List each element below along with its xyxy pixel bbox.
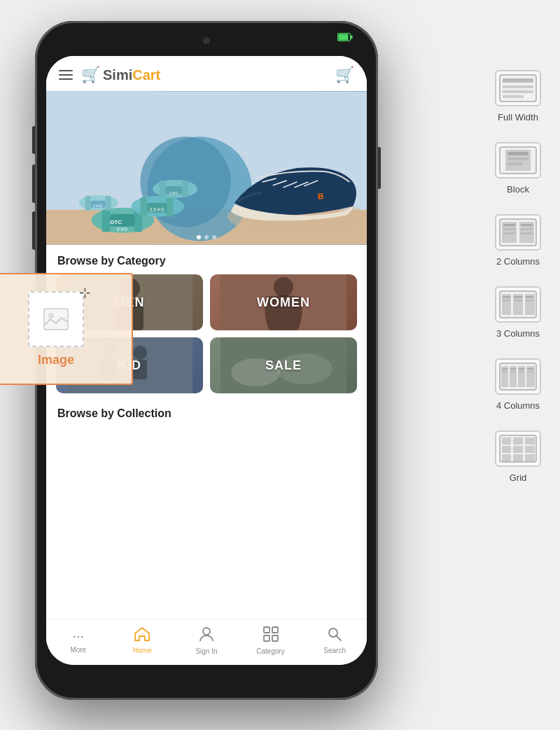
nav-signin[interactable]: Sign In	[187, 626, 225, 655]
svg-rect-83	[514, 300, 522, 302]
svg-rect-20	[182, 181, 188, 197]
layout-2-columns[interactable]: 2 Columns	[483, 214, 553, 267]
svg-rect-25	[106, 196, 111, 211]
nav-search[interactable]: Search	[316, 627, 354, 654]
battery-indicator	[337, 32, 353, 45]
svg-rect-24	[85, 196, 91, 211]
svg-rect-80	[503, 296, 510, 298]
banner-dots	[197, 235, 216, 239]
notch-dot	[203, 37, 210, 44]
block-icon-box	[495, 142, 541, 178]
app-header: 🛒 SimiCart 🛒	[46, 56, 367, 91]
category-women[interactable]: WOMEN	[210, 274, 357, 330]
grid-icon-box	[495, 430, 541, 467]
svg-rect-1	[339, 34, 349, 41]
hero-banner: OTC 3 KG 2.5 KG 2 KG	[46, 91, 367, 245]
cart-button[interactable]: 🛒	[335, 66, 354, 84]
svg-rect-75	[521, 232, 533, 234]
svg-rect-103	[502, 446, 511, 453]
svg-rect-65	[507, 157, 528, 160]
svg-rect-100	[502, 437, 511, 444]
full-width-label: Full Width	[498, 112, 538, 122]
logo-cart-text: Cart	[132, 67, 160, 83]
nav-signin-label: Sign In	[195, 647, 217, 655]
svg-rect-104	[513, 446, 523, 453]
nav-home-label: Home	[133, 647, 152, 654]
svg-rect-60	[503, 90, 533, 93]
svg-point-48	[203, 628, 210, 635]
browse-category-title: Browse by Category	[46, 245, 367, 274]
category-sale[interactable]: SALE	[210, 337, 357, 393]
svg-rect-49	[264, 627, 270, 633]
svg-rect-82	[514, 296, 522, 298]
mute-button	[32, 126, 35, 154]
full-width-icon-box	[495, 70, 541, 106]
svg-rect-52	[272, 636, 278, 641]
svg-rect-15	[166, 197, 173, 217]
4-columns-label: 4 Columns	[496, 400, 540, 411]
svg-rect-14	[140, 197, 147, 217]
svg-rect-105	[525, 446, 535, 453]
svg-rect-107	[513, 454, 523, 461]
svg-rect-64	[507, 152, 528, 155]
layout-panel: Full Width Block	[483, 70, 553, 483]
svg-text:OTC: OTC	[110, 219, 122, 225]
svg-rect-97	[527, 368, 533, 370]
more-icon: ···	[72, 628, 84, 644]
svg-rect-106	[502, 454, 511, 461]
image-popup-content: ⊹	[28, 291, 84, 347]
svg-rect-59	[503, 85, 533, 88]
svg-rect-92	[502, 371, 507, 372]
logo: 🛒 SimiCart	[81, 66, 160, 84]
3-columns-label: 3 Columns	[496, 328, 540, 339]
layout-full-width[interactable]: Full Width	[483, 70, 553, 122]
4-columns-icon-box	[495, 358, 541, 395]
nav-category-label: Category	[256, 647, 285, 655]
svg-rect-50	[272, 627, 278, 633]
layout-3-columns[interactable]: 3 Columns	[483, 286, 553, 339]
svg-rect-8	[102, 209, 111, 232]
search-icon	[328, 627, 342, 645]
signin-icon	[200, 626, 214, 645]
layout-block[interactable]: Block	[483, 142, 553, 195]
svg-text:2 KG: 2 KG	[169, 191, 178, 195]
svg-rect-96	[519, 371, 524, 372]
svg-rect-72	[503, 232, 515, 234]
power-button	[378, 147, 381, 189]
grid-label: Grid	[510, 472, 527, 483]
svg-rect-98	[527, 371, 533, 372]
svg-rect-85	[526, 300, 533, 302]
logo-simi: Simi	[103, 67, 132, 83]
2-columns-icon-box	[495, 214, 541, 251]
svg-rect-102	[525, 437, 535, 444]
category-icon	[263, 626, 279, 645]
nav-more[interactable]: ··· More	[59, 628, 97, 654]
layout-4-columns[interactable]: 4 Columns	[483, 358, 553, 411]
svg-rect-108	[525, 454, 535, 461]
svg-rect-73	[521, 224, 533, 226]
svg-rect-84	[526, 296, 533, 298]
svg-rect-101	[513, 437, 523, 444]
svg-text:B: B	[317, 191, 324, 202]
image-popup[interactable]: ⊹ Image	[0, 273, 133, 385]
category-sale-label: SALE	[210, 337, 357, 393]
logo-cart-icon: 🛒	[81, 66, 100, 84]
move-icon: ⊹	[79, 284, 91, 301]
dot-1	[197, 235, 201, 239]
2-columns-label: 2 Columns	[496, 256, 540, 267]
block-label: Block	[507, 184, 529, 195]
header-left: 🛒 SimiCart	[59, 66, 160, 84]
logo-text: SimiCart	[103, 67, 160, 83]
svg-rect-91	[502, 368, 507, 370]
hamburger-menu-button[interactable]	[59, 70, 73, 80]
nav-category[interactable]: Category	[251, 626, 290, 655]
svg-rect-74	[521, 228, 533, 230]
svg-rect-51	[264, 636, 270, 641]
dot-3	[212, 235, 216, 239]
svg-rect-58	[503, 78, 533, 83]
layout-grid[interactable]: Grid	[483, 430, 553, 483]
nav-home[interactable]: Home	[123, 627, 162, 654]
category-women-label: WOMEN	[210, 274, 357, 330]
svg-rect-19	[159, 181, 165, 197]
svg-rect-71	[503, 228, 515, 230]
